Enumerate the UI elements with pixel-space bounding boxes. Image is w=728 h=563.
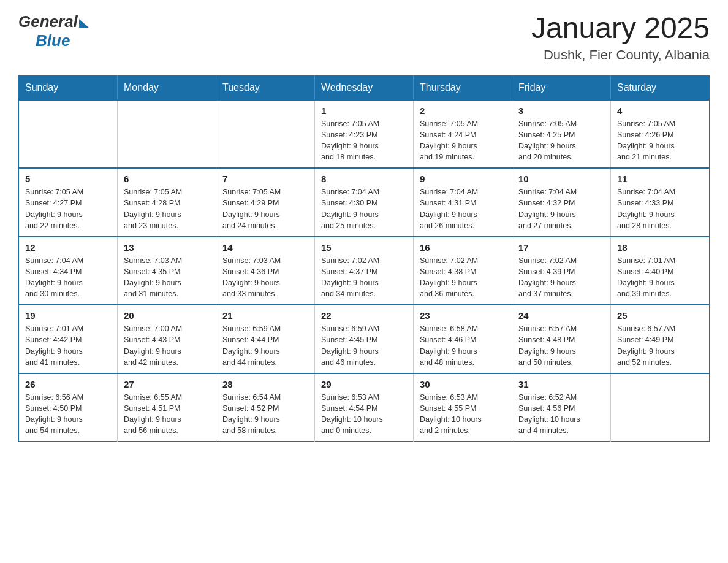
day-of-week-header: Thursday [414, 75, 512, 100]
calendar-day-cell: 27Sunrise: 6:55 AM Sunset: 4:51 PM Dayli… [118, 373, 216, 442]
day-info: Sunrise: 7:05 AM Sunset: 4:23 PM Dayligh… [321, 118, 407, 163]
calendar-day-cell [611, 373, 710, 442]
logo-blue-text: Blue [36, 31, 70, 50]
calendar-day-cell: 20Sunrise: 7:00 AM Sunset: 4:43 PM Dayli… [118, 305, 216, 373]
calendar-day-cell: 23Sunrise: 6:58 AM Sunset: 4:46 PM Dayli… [414, 305, 512, 373]
day-number: 23 [420, 310, 506, 321]
logo-triangle-icon [79, 19, 89, 28]
calendar-day-cell [216, 100, 315, 169]
day-info: Sunrise: 6:52 AM Sunset: 4:56 PM Dayligh… [518, 392, 604, 437]
day-info: Sunrise: 7:05 AM Sunset: 4:25 PM Dayligh… [518, 118, 604, 163]
day-info: Sunrise: 7:04 AM Sunset: 4:33 PM Dayligh… [617, 186, 703, 231]
day-number: 28 [222, 379, 308, 389]
calendar-day-cell: 16Sunrise: 7:02 AM Sunset: 4:38 PM Dayli… [414, 237, 512, 305]
calendar-day-cell: 8Sunrise: 7:04 AM Sunset: 4:30 PM Daylig… [315, 168, 414, 237]
day-info: Sunrise: 7:05 AM Sunset: 4:27 PM Dayligh… [25, 186, 111, 231]
calendar-day-cell: 9Sunrise: 7:04 AM Sunset: 4:31 PM Daylig… [414, 168, 512, 237]
day-number: 20 [124, 310, 210, 321]
day-number: 14 [222, 242, 308, 253]
calendar-day-cell: 18Sunrise: 7:01 AM Sunset: 4:40 PM Dayli… [611, 237, 710, 305]
calendar-week-row: 26Sunrise: 6:56 AM Sunset: 4:50 PM Dayli… [19, 373, 710, 442]
calendar-day-cell: 6Sunrise: 7:05 AM Sunset: 4:28 PM Daylig… [118, 168, 216, 237]
day-info: Sunrise: 7:00 AM Sunset: 4:43 PM Dayligh… [124, 323, 210, 368]
calendar-day-cell: 15Sunrise: 7:02 AM Sunset: 4:37 PM Dayli… [315, 237, 414, 305]
day-number: 16 [420, 242, 506, 253]
day-number: 25 [617, 310, 703, 321]
day-info: Sunrise: 6:57 AM Sunset: 4:49 PM Dayligh… [617, 323, 703, 368]
calendar-day-cell: 26Sunrise: 6:56 AM Sunset: 4:50 PM Dayli… [19, 373, 118, 442]
day-number: 1 [321, 105, 407, 116]
day-info: Sunrise: 7:04 AM Sunset: 4:31 PM Dayligh… [420, 186, 506, 231]
day-number: 8 [321, 174, 407, 184]
calendar-week-row: 12Sunrise: 7:04 AM Sunset: 4:34 PM Dayli… [19, 237, 710, 305]
day-of-week-header: Friday [512, 75, 611, 100]
day-number: 17 [518, 242, 604, 253]
day-info: Sunrise: 7:02 AM Sunset: 4:38 PM Dayligh… [420, 255, 506, 300]
day-number: 7 [222, 174, 308, 184]
day-number: 19 [25, 310, 111, 321]
day-number: 12 [25, 242, 111, 253]
day-of-week-header: Tuesday [216, 75, 315, 100]
title-section: January 2025 Dushk, Fier County, Albania [531, 12, 710, 63]
day-info: Sunrise: 7:05 AM Sunset: 4:26 PM Dayligh… [617, 118, 703, 163]
calendar-day-cell: 29Sunrise: 6:53 AM Sunset: 4:54 PM Dayli… [315, 373, 414, 442]
day-number: 21 [222, 310, 308, 321]
calendar-day-cell: 17Sunrise: 7:02 AM Sunset: 4:39 PM Dayli… [512, 237, 611, 305]
day-info: Sunrise: 7:04 AM Sunset: 4:34 PM Dayligh… [25, 255, 111, 300]
calendar-day-cell: 7Sunrise: 7:05 AM Sunset: 4:29 PM Daylig… [216, 168, 315, 237]
day-number: 9 [420, 174, 506, 184]
day-info: Sunrise: 6:55 AM Sunset: 4:51 PM Dayligh… [124, 392, 210, 437]
calendar-day-cell: 31Sunrise: 6:52 AM Sunset: 4:56 PM Dayli… [512, 373, 611, 442]
day-info: Sunrise: 7:02 AM Sunset: 4:39 PM Dayligh… [518, 255, 604, 300]
calendar-week-row: 19Sunrise: 7:01 AM Sunset: 4:42 PM Dayli… [19, 305, 710, 373]
day-number: 2 [420, 105, 506, 116]
calendar-day-cell: 14Sunrise: 7:03 AM Sunset: 4:36 PM Dayli… [216, 237, 315, 305]
calendar-day-cell: 28Sunrise: 6:54 AM Sunset: 4:52 PM Dayli… [216, 373, 315, 442]
calendar-day-cell: 12Sunrise: 7:04 AM Sunset: 4:34 PM Dayli… [19, 237, 118, 305]
calendar-day-cell [118, 100, 216, 169]
logo: General Blue [18, 12, 89, 50]
day-info: Sunrise: 7:05 AM Sunset: 4:24 PM Dayligh… [420, 118, 506, 163]
day-info: Sunrise: 7:05 AM Sunset: 4:29 PM Dayligh… [222, 186, 308, 231]
calendar-day-cell: 22Sunrise: 6:59 AM Sunset: 4:45 PM Dayli… [315, 305, 414, 373]
calendar-day-cell: 4Sunrise: 7:05 AM Sunset: 4:26 PM Daylig… [611, 100, 710, 169]
day-of-week-header: Wednesday [315, 75, 414, 100]
calendar-day-cell [19, 100, 118, 169]
days-of-week-row: SundayMondayTuesdayWednesdayThursdayFrid… [19, 75, 710, 100]
day-of-week-header: Saturday [611, 75, 710, 100]
day-number: 27 [124, 379, 210, 389]
day-info: Sunrise: 6:56 AM Sunset: 4:50 PM Dayligh… [25, 392, 111, 437]
day-number: 3 [518, 105, 604, 116]
day-number: 13 [124, 242, 210, 253]
page-header: General Blue January 2025 Dushk, Fier Co… [18, 12, 710, 63]
calendar-day-cell: 2Sunrise: 7:05 AM Sunset: 4:24 PM Daylig… [414, 100, 512, 169]
calendar-day-cell: 10Sunrise: 7:04 AM Sunset: 4:32 PM Dayli… [512, 168, 611, 237]
calendar-day-cell: 11Sunrise: 7:04 AM Sunset: 4:33 PM Dayli… [611, 168, 710, 237]
day-info: Sunrise: 7:01 AM Sunset: 4:40 PM Dayligh… [617, 255, 703, 300]
calendar-day-cell: 19Sunrise: 7:01 AM Sunset: 4:42 PM Dayli… [19, 305, 118, 373]
day-number: 29 [321, 379, 407, 389]
day-info: Sunrise: 6:59 AM Sunset: 4:44 PM Dayligh… [222, 323, 308, 368]
location-title: Dushk, Fier County, Albania [531, 47, 710, 63]
calendar-week-row: 1Sunrise: 7:05 AM Sunset: 4:23 PM Daylig… [19, 100, 710, 169]
calendar-header: SundayMondayTuesdayWednesdayThursdayFrid… [19, 75, 710, 100]
day-number: 15 [321, 242, 407, 253]
calendar-day-cell: 25Sunrise: 6:57 AM Sunset: 4:49 PM Dayli… [611, 305, 710, 373]
day-info: Sunrise: 6:57 AM Sunset: 4:48 PM Dayligh… [518, 323, 604, 368]
day-info: Sunrise: 7:01 AM Sunset: 4:42 PM Dayligh… [25, 323, 111, 368]
logo-general-text: General [18, 12, 78, 31]
calendar-body: 1Sunrise: 7:05 AM Sunset: 4:23 PM Daylig… [19, 100, 710, 442]
day-info: Sunrise: 6:53 AM Sunset: 4:54 PM Dayligh… [321, 392, 407, 437]
calendar-day-cell: 30Sunrise: 6:53 AM Sunset: 4:55 PM Dayli… [414, 373, 512, 442]
day-info: Sunrise: 7:04 AM Sunset: 4:30 PM Dayligh… [321, 186, 407, 231]
day-number: 6 [124, 174, 210, 184]
calendar-day-cell: 21Sunrise: 6:59 AM Sunset: 4:44 PM Dayli… [216, 305, 315, 373]
calendar-table: SundayMondayTuesdayWednesdayThursdayFrid… [18, 75, 710, 442]
calendar-day-cell: 3Sunrise: 7:05 AM Sunset: 4:25 PM Daylig… [512, 100, 611, 169]
day-number: 4 [617, 105, 703, 116]
calendar-day-cell: 13Sunrise: 7:03 AM Sunset: 4:35 PM Dayli… [118, 237, 216, 305]
day-number: 5 [25, 174, 111, 184]
day-info: Sunrise: 6:53 AM Sunset: 4:55 PM Dayligh… [420, 392, 506, 437]
calendar-day-cell: 5Sunrise: 7:05 AM Sunset: 4:27 PM Daylig… [19, 168, 118, 237]
calendar-day-cell: 1Sunrise: 7:05 AM Sunset: 4:23 PM Daylig… [315, 100, 414, 169]
